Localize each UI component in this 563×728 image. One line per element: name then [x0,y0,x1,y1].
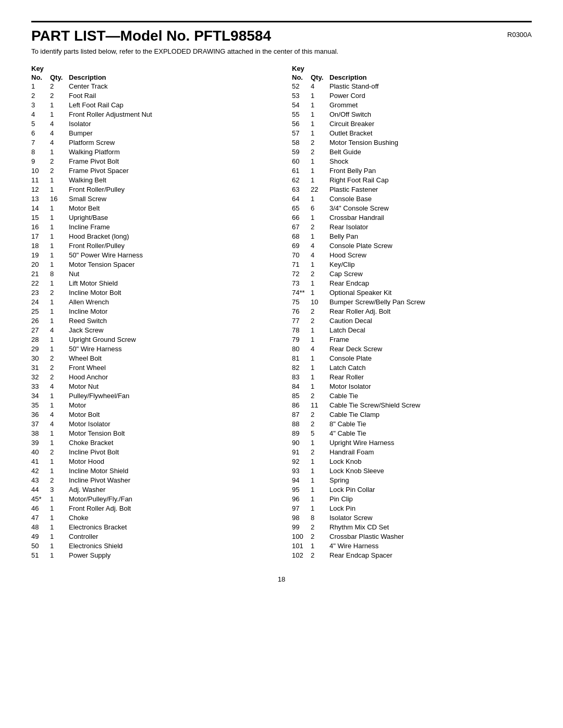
part-desc: Latch Catch [329,364,532,372]
part-desc: Motor Belt [69,204,271,212]
part-desc: Pin Clip [329,495,532,503]
table-row: 86 11 Cable Tie Screw/Shield Screw [292,400,532,410]
table-row: 3 1 Left Foot Rail Cap [31,100,271,109]
table-row: 99 2 Rhythm Mix CD Set [292,522,532,532]
part-qty: 1 [50,467,69,475]
part-desc: 3/4" Console Screw [329,204,532,212]
page-title: PART LIST—Model No. PFTL98584 [31,28,271,44]
part-qty: 2 [311,317,329,325]
part-no: 38 [31,429,50,437]
part-qty: 4 [50,139,69,146]
part-qty: 1 [311,373,329,381]
right-desc-header: Description [329,73,532,81]
part-qty: 1 [50,279,69,287]
table-row: 28 1 Upright Ground Screw [31,335,271,344]
table-row: 12 1 Front Roller/Pulley [31,184,271,194]
part-no: 97 [292,504,311,512]
table-row: 94 1 Spring [292,475,532,485]
table-row: 80 4 Rear Deck Screw [292,344,532,353]
part-qty: 1 [50,429,69,437]
part-qty: 2 [50,82,69,90]
part-no: 73 [292,279,311,287]
part-no: 75 [292,298,311,306]
table-row: 75 10 Bumper Screw/Belly Pan Screw [292,297,532,306]
part-desc: Isolator [69,120,271,128]
part-desc: Rear Endcap [329,279,532,287]
part-qty: 1 [311,157,329,165]
part-qty: 1 [311,336,329,343]
part-desc: Motor Tension Spacer [69,261,271,268]
part-desc: Electronics Bracket [69,523,271,531]
part-qty: 1 [50,504,69,512]
part-no: 23 [31,289,50,297]
table-row: 24 1 Allen Wrench [31,297,271,306]
part-desc: Rear Endcap Spacer [329,551,532,559]
part-qty: 2 [50,476,69,484]
part-desc: Front Roller Adjustment Nut [69,110,271,118]
table-row: 11 1 Walking Belt [31,175,271,184]
table-row: 19 1 50" Power Wire Harness [31,250,271,260]
part-qty: 1 [311,476,329,484]
part-desc: Frame [329,336,532,343]
part-qty: 1 [50,551,69,559]
part-no: 57 [292,129,311,137]
part-desc: 50" Wire Harness [69,345,271,353]
part-no: 52 [292,82,311,90]
part-no: 32 [31,373,50,381]
part-desc: Incline Motor Shield [69,467,271,475]
part-qty: 1 [311,382,329,390]
table-row: 4 1 Front Roller Adjustment Nut [31,109,271,119]
table-row: 21 8 Nut [31,269,271,278]
part-desc: Hood Anchor [69,373,271,381]
part-qty: 4 [311,251,329,259]
table-row: 72 2 Cap Screw [292,269,532,278]
part-no: 59 [292,148,311,156]
left-qty-header: Qty. [50,73,69,81]
part-no: 79 [292,336,311,343]
part-no: 77 [292,317,311,325]
part-desc: Upright Wire Harness [329,439,532,447]
part-qty: 4 [50,420,69,428]
part-no: 60 [292,157,311,165]
table-row: 62 1 Right Foot Rail Cap [292,175,532,184]
part-desc: Optional Speaker Kit [329,289,532,297]
part-no: 35 [31,401,50,409]
part-qty: 1 [50,186,69,193]
table-row: 71 1 Key/Clip [292,260,532,269]
part-qty: 4 [50,129,69,137]
part-desc: Rear Roller Adj. Bolt [329,307,532,315]
part-qty: 1 [311,542,329,550]
table-row: 50 1 Electronics Shield [31,541,271,550]
part-qty: 1 [50,101,69,109]
part-desc: Walking Belt [69,176,271,184]
part-no: 41 [31,458,50,465]
part-no: 74** [292,289,311,297]
part-no: 16 [31,223,50,231]
part-desc: Allen Wrench [69,298,271,306]
part-desc: Rear Deck Screw [329,345,532,353]
part-desc: Front Belly Pan [329,167,532,175]
part-qty: 1 [311,467,329,475]
part-qty: 1 [311,129,329,137]
part-qty: 1 [50,251,69,259]
part-no: 89 [292,429,311,437]
part-no: 72 [292,270,311,278]
table-row: 22 1 Lift Motor Shield [31,278,271,288]
part-desc: Lock Pin Collar [329,486,532,493]
part-desc: Frame Pivot Spacer [69,167,271,175]
part-no: 99 [292,523,311,531]
part-desc: On/Off Switch [329,110,532,118]
part-no: 94 [292,476,311,484]
table-row: 83 1 Rear Roller [292,372,532,381]
intro-text: To identify parts listed below, refer to… [31,47,532,55]
part-qty: 1 [311,354,329,362]
table-row: 69 4 Console Plate Screw [292,241,532,250]
part-qty: 1 [311,176,329,184]
table-row: 41 1 Motor Hood [31,456,271,466]
part-qty: 1 [311,458,329,465]
part-desc: Rhythm Mix CD Set [329,523,532,531]
table-row: 51 1 Power Supply [31,550,271,560]
part-no: 55 [292,110,311,118]
table-row: 89 5 4" Cable Tie [292,428,532,438]
part-qty: 1 [50,514,69,522]
